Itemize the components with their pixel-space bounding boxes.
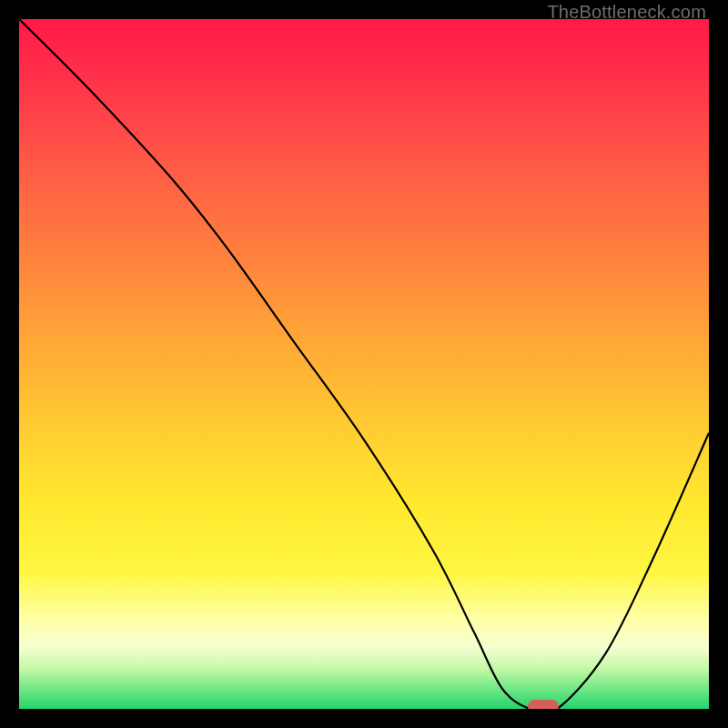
plot-area [19,19,709,709]
chart-frame: TheBottleneck.com [0,0,728,728]
bottleneck-curve [19,19,709,709]
optimum-marker [528,700,559,709]
